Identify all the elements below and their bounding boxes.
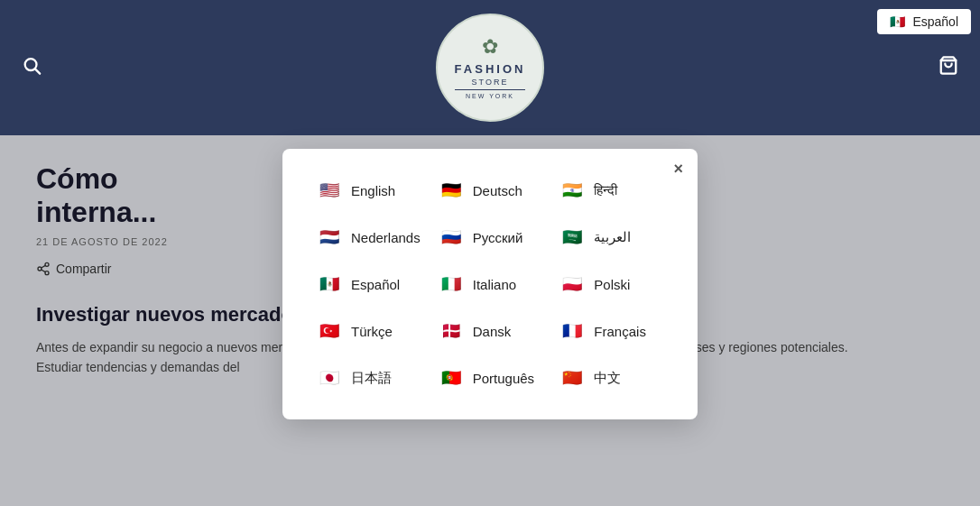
- language-selector-button[interactable]: 🇲🇽 Español: [877, 9, 971, 34]
- language-flag: 🇲🇽: [890, 14, 905, 29]
- language-label-da: Dansk: [473, 324, 512, 339]
- flag-en: 🇺🇸: [317, 178, 342, 203]
- flag-tr: 🇹🇷: [317, 318, 342, 344]
- language-label-en: English: [351, 183, 395, 198]
- language-option-es[interactable]: 🇲🇽Español: [311, 268, 426, 300]
- logo-city: NEW YORK: [455, 89, 526, 100]
- language-option-hi[interactable]: 🇮🇳हिन्दी: [554, 174, 669, 207]
- flag-ja: 🇯🇵: [317, 365, 342, 391]
- language-option-de[interactable]: 🇩🇪Deutsch: [433, 174, 548, 207]
- language-label-it: Italiano: [473, 277, 516, 292]
- language-label-de: Deutsch: [473, 183, 522, 198]
- language-label-ru: Русский: [473, 230, 523, 245]
- language-option-en[interactable]: 🇺🇸English: [311, 174, 426, 207]
- language-grid: 🇺🇸English🇩🇪Deutsch🇮🇳हिन्दी🇳🇱Nederlands🇷🇺…: [311, 174, 669, 394]
- flag-ru: 🇷🇺: [439, 225, 464, 250]
- logo-icon: ✿: [482, 35, 498, 59]
- header: 🇲🇽 Español ✿ FASHION STORE NEW YORK: [0, 0, 980, 135]
- language-option-da[interactable]: 🇩🇰Dansk: [433, 315, 548, 347]
- language-option-ja[interactable]: 🇯🇵日本語: [311, 362, 426, 394]
- language-label-tr: Türkçe: [351, 324, 393, 339]
- language-label-ar: العربية: [594, 229, 631, 245]
- language-label-pt: Português: [473, 371, 534, 386]
- flag-de: 🇩🇪: [439, 178, 464, 203]
- logo-fashion: FASHION: [455, 62, 526, 78]
- logo-store: STORE: [455, 78, 526, 88]
- language-label: Español: [912, 14, 958, 29]
- flag-ar: 🇸🇦: [559, 225, 585, 250]
- language-label-ja: 日本語: [351, 370, 392, 387]
- modal-overlay[interactable]: × 🇺🇸English🇩🇪Deutsch🇮🇳हिन्दी🇳🇱Nederlands…: [0, 135, 980, 506]
- language-option-pl[interactable]: 🇵🇱Polski: [554, 268, 669, 300]
- language-label-pl: Polski: [594, 277, 630, 292]
- logo: ✿ FASHION STORE NEW YORK: [436, 14, 544, 122]
- content-area: Cómo interna... 21 DE AGOSTO DE 2022 Com…: [0, 135, 980, 506]
- search-icon[interactable]: [22, 56, 42, 80]
- language-label-nl: Nederlands: [351, 230, 421, 245]
- flag-nl: 🇳🇱: [317, 225, 342, 250]
- language-label-es: Español: [351, 277, 400, 292]
- language-option-ru[interactable]: 🇷🇺Русский: [433, 221, 548, 253]
- flag-hi: 🇮🇳: [559, 178, 585, 203]
- language-label-hi: हिन्दी: [594, 182, 617, 198]
- language-modal: × 🇺🇸English🇩🇪Deutsch🇮🇳हिन्दी🇳🇱Nederlands…: [282, 149, 698, 419]
- flag-pt: 🇵🇹: [439, 365, 464, 391]
- flag-pl: 🇵🇱: [559, 271, 585, 297]
- language-option-zh[interactable]: 🇨🇳中文: [554, 362, 669, 394]
- flag-es: 🇲🇽: [317, 271, 342, 297]
- language-option-fr[interactable]: 🇫🇷Français: [554, 315, 669, 347]
- cart-icon[interactable]: [938, 56, 958, 80]
- flag-da: 🇩🇰: [439, 318, 464, 344]
- flag-it: 🇮🇹: [439, 271, 464, 297]
- logo-text: FASHION STORE NEW YORK: [455, 62, 526, 101]
- modal-close-button[interactable]: ×: [673, 160, 683, 179]
- svg-line-1: [35, 69, 40, 74]
- flag-zh: 🇨🇳: [559, 365, 585, 391]
- language-option-nl[interactable]: 🇳🇱Nederlands: [311, 221, 426, 253]
- language-label-fr: Français: [594, 324, 646, 339]
- flag-fr: 🇫🇷: [559, 318, 585, 344]
- language-option-it[interactable]: 🇮🇹Italiano: [433, 268, 548, 300]
- language-label-zh: 中文: [594, 370, 621, 387]
- language-option-ar[interactable]: 🇸🇦العربية: [554, 221, 669, 253]
- language-option-pt[interactable]: 🇵🇹Português: [433, 362, 548, 394]
- language-option-tr[interactable]: 🇹🇷Türkçe: [311, 315, 426, 347]
